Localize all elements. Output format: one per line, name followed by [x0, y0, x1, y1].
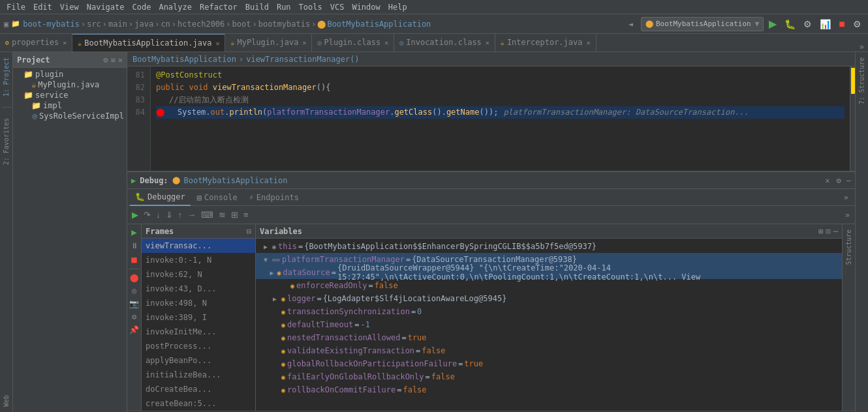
frame-item-applybean[interactable]: applyBeanPo...	[142, 353, 255, 368]
menu-build[interactable]: Build	[241, 0, 273, 14]
tab-plugin-class[interactable]: ◎ Plugin.class ✕	[312, 34, 394, 52]
tree-item-impl[interactable]: 📁 impl	[13, 100, 127, 111]
tab-myplugin-close[interactable]: ✕	[302, 39, 306, 46]
var-item-datasource[interactable]: ▶ ◉ dataSource = {DruidDataSourceWrapper…	[256, 266, 842, 279]
debug-pin-icon[interactable]: 📌	[129, 325, 139, 334]
tab-bootmybatisapplication[interactable]: ☕ BootMybatisApplication.java ✕	[72, 34, 225, 52]
frame-item-createbean[interactable]: createBean:5...	[142, 396, 255, 411]
frame-item-invokeinit[interactable]: invokeInitMe...	[142, 325, 255, 339]
menu-navigate[interactable]: Navigate	[83, 0, 129, 14]
debug-minimize-icon[interactable]: —	[846, 176, 851, 185]
variables-add-icon[interactable]: ⊞	[818, 227, 823, 236]
var-item-globalrollback[interactable]: ▶ ◉ globalRollbackOnParticipationFailure…	[256, 357, 842, 370]
frame-item-invoke389[interactable]: invoke:389, I	[142, 310, 255, 325]
web-tab-label[interactable]: Web	[3, 392, 10, 409]
frames-filter-icon[interactable]: ⊟	[247, 227, 251, 236]
var-item-txsync[interactable]: ▶ ◉ transactionSynchronization = 0	[256, 305, 842, 318]
project-tab-label[interactable]: 1: Project	[3, 55, 10, 99]
code-view[interactable]: 81 82 83 84 @PostConstruct public void v…	[127, 66, 855, 171]
menu-help[interactable]: Help	[384, 0, 411, 14]
var-item-defaulttimeout[interactable]: ▶ ◉ defaultTimeout = -1	[256, 318, 842, 331]
tab-properties-close[interactable]: ✕	[63, 39, 67, 46]
debug-mute-icon[interactable]: ◎	[132, 286, 136, 295]
menu-vcs[interactable]: VCS	[326, 0, 349, 14]
debug-settings-side-icon[interactable]: ⚙	[132, 312, 136, 321]
debug-settings-icon[interactable]: ⚙	[837, 176, 841, 185]
menu-file[interactable]: File	[3, 0, 29, 14]
debug-resume-side-icon[interactable]: ▶	[131, 227, 136, 237]
variables-settings-icon[interactable]: ⋯	[833, 227, 838, 236]
menu-code[interactable]: Code	[129, 0, 155, 14]
variables-copy-icon[interactable]: ⊡	[826, 227, 831, 236]
frame-item-invoke43[interactable]: invoke:43, D...	[142, 282, 255, 296]
frame-item-invoke62[interactable]: invoke:62, N	[142, 267, 255, 282]
tree-item-myplugin[interactable]: ☕ MyPlugin.java	[13, 80, 127, 90]
step-over-button[interactable]: ↷	[142, 208, 153, 222]
profile-button[interactable]: 📊	[817, 18, 833, 31]
run-config-combo[interactable]: ⬤ BootMybatisApplication ▼	[641, 17, 764, 31]
structure-right-label[interactable]: 7: Structure	[858, 55, 865, 107]
menu-view[interactable]: View	[56, 0, 83, 14]
tab-properties[interactable]: ⚙ properties ✕	[0, 34, 72, 52]
frame-item-viewtransac[interactable]: viewTransac...	[142, 239, 255, 253]
structure-tab-label[interactable]: Structure	[845, 227, 852, 267]
gear-icon[interactable]: ≡	[111, 55, 116, 65]
favorites-tab-label[interactable]: 2: Favorites	[3, 115, 10, 168]
debug-close-btn[interactable]: ✕	[825, 176, 829, 185]
threads-button[interactable]: ≡	[241, 208, 251, 222]
stop-button[interactable]: ■	[836, 17, 848, 31]
menu-analyze[interactable]: Analyze	[155, 0, 196, 14]
frames-button[interactable]: ⊞	[229, 208, 240, 222]
close-panel-icon[interactable]: ✕	[118, 55, 123, 65]
toolbar-back-btn[interactable]: ◄	[628, 20, 633, 29]
frame-item-docreatebean[interactable]: doCreateBea...	[142, 382, 255, 396]
frame-item-invoke498[interactable]: invoke:498, N	[142, 296, 255, 310]
debug-stop-side-icon[interactable]: ■	[131, 254, 136, 265]
menu-run[interactable]: Run	[273, 0, 295, 14]
tabs-more-icon[interactable]: »	[856, 42, 868, 52]
menu-tools[interactable]: Tools	[295, 0, 326, 14]
tab-invocation-class[interactable]: ◎ Invocation.class ✕	[394, 34, 495, 52]
step-into-button[interactable]: ↓	[154, 208, 163, 222]
tab-interceptor[interactable]: ☕ Interceptor.java ✕	[495, 34, 597, 52]
run-to-cursor-button[interactable]: →	[185, 208, 198, 222]
debug-button[interactable]: 🐛	[782, 18, 798, 31]
tree-item-plugin[interactable]: 📁 plugin	[13, 69, 127, 80]
frame-item-postprocess[interactable]: postProcess...	[142, 339, 255, 353]
var-item-this[interactable]: ▶ ◉ this = {BootMybatisApplication$$Enha…	[256, 240, 842, 253]
coverage-button[interactable]: ⚙	[801, 18, 814, 31]
var-item-rollbackcommit[interactable]: ▶ ◉ rollbackOnCommitFailure = false	[256, 383, 842, 396]
menu-refactor[interactable]: Refactor	[196, 0, 241, 14]
run-button[interactable]: ▶	[766, 16, 779, 31]
debug-tab-console[interactable]: ▤ Console	[192, 189, 243, 206]
var-item-logger[interactable]: ▶ ◉ logger = {LogAdapter$Slf4jLocationAw…	[256, 292, 842, 305]
var-item-nestedtx[interactable]: ▶ ◉ nestedTransactionAllowed = true	[256, 331, 842, 344]
debug-toolbar-end-icon[interactable]: »	[843, 211, 852, 220]
frame-item-invoke0[interactable]: invoke:0:-1, N	[142, 253, 255, 267]
settings-button[interactable]: ⚙	[850, 18, 864, 31]
evaluate-button[interactable]: ⌨	[199, 208, 215, 222]
frame-item-initializebean[interactable]: initializeBea...	[142, 368, 255, 382]
tab-interceptor-close[interactable]: ✕	[586, 39, 590, 46]
debug-breakpoint-icon[interactable]: ⬤	[130, 273, 138, 282]
menu-edit[interactable]: Edit	[29, 0, 56, 14]
step-out-button[interactable]: ↑	[176, 208, 185, 222]
menu-window[interactable]: Window	[348, 0, 384, 14]
tab-plugin-class-close[interactable]: ✕	[384, 39, 388, 46]
debug-tab-debugger[interactable]: 🐛 Debugger	[130, 189, 191, 206]
tree-item-service[interactable]: 📁 service	[13, 90, 127, 100]
tab-myplugin[interactable]: ☕ MyPlugin.java ✕	[225, 34, 312, 52]
sync-icon[interactable]: ⚙	[103, 55, 108, 65]
tab-bootmybatisapplication-close[interactable]: ✕	[215, 40, 219, 47]
var-item-validatetx[interactable]: ▶ ◉ validateExistingTransaction = false	[256, 344, 842, 357]
tree-item-sysrole[interactable]: ◎ SysRoleServiceImpl	[13, 111, 127, 121]
tab-invocation-class-close[interactable]: ✕	[486, 39, 489, 46]
var-item-failearly[interactable]: ▶ ◉ failEarlyOnGlobalRollbackOnly = fals…	[256, 370, 842, 383]
debug-pause-side-icon[interactable]: ⏸	[131, 241, 138, 250]
trace-button[interactable]: ≋	[217, 208, 228, 222]
debug-tab-endpoints[interactable]: ⚡ Endpoints	[244, 189, 304, 206]
debug-camera-icon[interactable]: 📷	[129, 299, 139, 308]
resume-button[interactable]: ▶	[130, 208, 140, 222]
debug-tabs-overflow[interactable]: »	[840, 193, 852, 202]
force-step-into-button[interactable]: ⇓	[164, 208, 175, 222]
